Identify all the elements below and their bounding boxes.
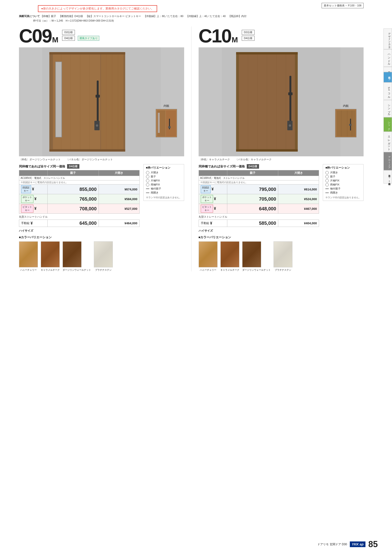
- c09m-tedou-label: 手動錠: [21, 221, 30, 225]
- c09m-tedou-oyako: 645,000: [48, 220, 99, 227]
- c09m-sub: M: [52, 35, 59, 44]
- c10m-pricing-left: 同枠種であれば全サイズ同一価格 D4仕様 親子 片開き: [199, 164, 319, 233]
- c09m-honey-img: [19, 241, 38, 267]
- c09m-face-price-oyako: 855,000: [48, 185, 99, 194]
- tab-price-table[interactable]: 基本セット価格表: [384, 170, 392, 184]
- c10m-pocket-oyako-val: 705,000: [259, 196, 276, 201]
- c10m-caramel-label: キャラメルチーク: [220, 268, 239, 271]
- c09m-swatch-platinum: プラチナステン: [94, 241, 113, 271]
- c10m-spec-d4-row: D4仕様: [242, 36, 255, 41]
- svg-rect-10: [96, 95, 100, 97]
- tab-design-color[interactable]: デザイン・カラー: [384, 28, 392, 49]
- c10m-pitatto-row: ピタットキー ¥ 648,000 ¥467,000: [199, 204, 319, 214]
- c10m-col-empty: [199, 170, 227, 176]
- tab-chic[interactable]: シック: [384, 117, 392, 132]
- c10m-swatch-caramel: キャラメルチーク: [220, 241, 239, 271]
- svg-rect-18: [49, 52, 125, 55]
- c09m-ventilation: 通風タイプあり: [78, 36, 99, 41]
- c10m-pocket-key-cell: ポケットキー ¥: [199, 194, 227, 204]
- c09m-var-katasode-mark: [146, 179, 149, 182]
- c09m-face-oyako-val: 855,000: [79, 187, 97, 192]
- c09m-pitatto-yen: ¥: [34, 207, 36, 211]
- c09m-pitatto-kata-val: ¥527,000: [124, 207, 137, 211]
- c09m-pocket-key-cell: ポケットキー ¥: [19, 194, 48, 204]
- c09m-swatch-darjeeling: ダージリンウォールナット: [63, 241, 91, 271]
- c09m-tedou-kata: ¥464,000: [98, 220, 139, 227]
- c09m-pitatto-row: ピタットキー ¥ 708,000 ¥527,000: [19, 204, 140, 214]
- svg-point-16: [96, 124, 98, 127]
- c10m-face-kata-val: ¥614,000: [304, 187, 317, 191]
- c10m-pocket-badge: ポケットキー: [201, 195, 213, 203]
- tab-alumi-door[interactable]: アルミドア: [384, 152, 392, 170]
- c10m-tedou-row: 手動錠 ¥ 585,000 ¥404,000: [199, 220, 319, 227]
- c09m-inner-label: 内観: [156, 104, 177, 108]
- c10m-var-oyako-mark: [325, 175, 329, 178]
- tab-handle[interactable]: ハンドル: [384, 49, 392, 67]
- c09m-pitatto-badge: ピタットキー: [21, 205, 33, 213]
- c10m-header-oyako: 親子: [227, 170, 278, 176]
- c10m-hisize: ハイサイズ: [199, 229, 319, 233]
- c10m-variation-title: ■枠バリエーション: [325, 166, 361, 170]
- c09m-d2-badge: D2仕様: [62, 30, 75, 35]
- svg-rect-40: [336, 110, 356, 136]
- c10m-darjeeling-label: ダージリンウォールナット: [242, 268, 271, 271]
- c09m-pocket-price-oyako: 765,000: [48, 194, 99, 204]
- c09m-var-ryosode-label: 両袖FIX: [151, 183, 160, 187]
- tab-insulation-door[interactable]: 断熱ドア: [384, 72, 392, 83]
- c10m-code: C10 M: [199, 27, 238, 45]
- c09m-panel-color: ダージリンウォールナット: [82, 158, 113, 161]
- c10m-face-key-cell: 顔認証キー ¥: [199, 185, 227, 194]
- c09m-var-sodetuki-label: 袖付親子: [151, 187, 161, 190]
- c09m-var-kata-label: 片開き: [151, 171, 159, 174]
- c10m-same-price-text: 同枠種であれば全サイズ同一価格: [199, 164, 245, 169]
- c10m-tedou-table: 手動錠 ¥ 585,000 ¥404,000: [199, 220, 319, 227]
- c09m-spec-d4-row: D4仕様 通風タイプあり: [62, 36, 99, 41]
- c09m-tedou-cell: 手動錠 ¥: [19, 220, 48, 227]
- c10m-pocket-price-oyako: 705,000: [227, 194, 278, 204]
- notice-text: ●扉の大きさによってデザインが多少変化します。業務用カタログにてご確認ください。: [41, 7, 154, 10]
- c10m-face-price-oyako: 795,000: [227, 185, 278, 194]
- c09m-var-oyako: 親子: [146, 175, 182, 178]
- price-ref-text: 基本セット価格表→ P.100・108: [324, 4, 361, 7]
- c09m-swatch-honey: ハニーチェリー: [19, 241, 38, 271]
- c10m-var-oyako-label: 親子: [330, 175, 335, 178]
- c10m-pitatto-price-oyako: 648,000: [227, 204, 278, 214]
- page-footer: ドアリモ 玄関ドア D30 YKK ap 85: [317, 539, 378, 549]
- page-number: 85: [368, 539, 378, 549]
- c09m-round-handle: 丸型ストレートハンドル: [19, 215, 140, 219]
- c10m-tedou-yen: ¥: [210, 221, 212, 225]
- c09m-swatch-caramel: キャラメルチーク: [41, 241, 60, 271]
- c09m-spec-d2: D2仕様: [62, 30, 99, 35]
- c09m-price-table: 親子 片開き AC100V式・電池式 ストレートハンドル ※顔認証キー: [19, 170, 140, 214]
- c10m-header: C10 M D2仕様 D4仕様: [199, 27, 364, 45]
- tab-elegant[interactable]: エレガント: [384, 132, 392, 152]
- c10m-d4-badge: D4仕様: [242, 36, 255, 41]
- tab-checkol[interactable]: チェコル: [384, 83, 392, 100]
- c10m-tedou-kata: ¥404,000: [278, 220, 319, 227]
- c10m-var-ryosode-mark: [325, 183, 329, 187]
- c10m-face-oyako-val: 795,000: [259, 187, 276, 192]
- c09m-var-kata: 片開き: [146, 171, 182, 174]
- c09m-color-var-title: ■カラーバリエーション: [19, 235, 184, 239]
- c09m-caramel-label: キャラメルチーク: [41, 268, 60, 271]
- svg-rect-9: [97, 81, 98, 123]
- c09m-door-image: 内観: [19, 47, 184, 156]
- tab-simple[interactable]: シンプル: [384, 100, 392, 117]
- c09m-caramel-img: [41, 241, 60, 267]
- c09m-pocket-badge: ポケットキー: [21, 195, 33, 203]
- c09m-var-ryobira-label: 両開き: [151, 191, 159, 194]
- c09m-d4-badge-price: D4仕様: [67, 164, 79, 169]
- c10m-round-handle: 丸型ストレートハンドル: [199, 215, 319, 219]
- c10m-pocket-yen: ¥: [214, 197, 216, 201]
- tab-product-intro[interactable]: 商品紹介: [384, 67, 392, 72]
- c09m-ac-note-row: AC100V式・電池式 ストレートハンドル: [19, 176, 140, 180]
- c10m-var-ryosode-label: 両袖FIX: [330, 183, 339, 187]
- c09m-header-kata: 片開き: [98, 170, 139, 176]
- c09m-var-katasode-label: 片袖FIX: [151, 179, 160, 182]
- c10m-ac-note-row: AC100V式・電池式 ストレートハンドル: [199, 176, 319, 180]
- c10m-price-table: 親子 片開き AC100V式・電池式 ストレートハンドル ※顔認証キー: [199, 170, 319, 214]
- c10m-pitatto-oyako-val: 648,000: [259, 206, 276, 211]
- notice-bar: ●扉の大きさによってデザインが多少変化します。業務用カタログにてご確認ください。: [38, 5, 157, 12]
- photo-info-line1: 【枠種】親子 【断熱性能】D4仕様 【錠】スマートコントロールキー ピタットキー…: [41, 15, 246, 18]
- c09m-var-oyako-label: 親子: [151, 175, 156, 178]
